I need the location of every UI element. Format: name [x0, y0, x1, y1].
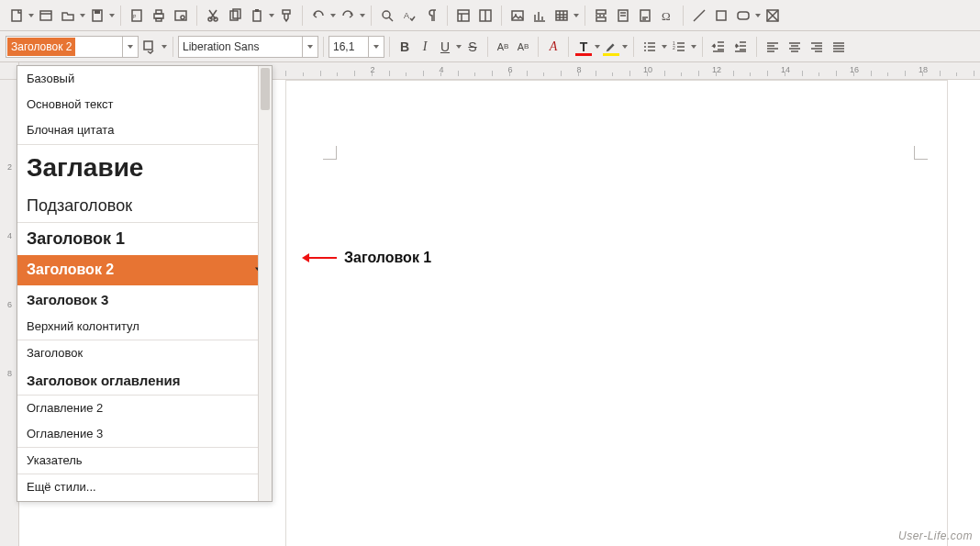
table-insert-icon-more[interactable]: [573, 14, 580, 17]
font-name-input[interactable]: [179, 38, 302, 56]
image-icon[interactable]: [507, 5, 529, 27]
style-option[interactable]: Заглавие: [17, 145, 272, 190]
cut-icon[interactable]: [202, 5, 224, 27]
bullet-more[interactable]: [661, 45, 668, 49]
spellcheck-icon[interactable]: A: [398, 5, 420, 27]
save-icon[interactable]: [86, 5, 108, 27]
page-break-icon[interactable]: [590, 5, 612, 27]
strike-button[interactable]: S: [462, 37, 483, 57]
layout2-icon[interactable]: [474, 5, 496, 27]
open-icon-more[interactable]: [79, 14, 86, 17]
svg-point-10: [181, 16, 184, 19]
shape1-icon[interactable]: [710, 5, 732, 27]
page[interactable]: [285, 80, 948, 546]
paste-icon[interactable]: [246, 5, 268, 27]
indent-inc-icon[interactable]: [729, 36, 752, 58]
style-option[interactable]: Указатель: [17, 448, 272, 474]
paragraph-style-dropdown-btn[interactable]: [122, 37, 138, 57]
table-insert-icon[interactable]: [551, 5, 573, 27]
font-size-dropdown-btn[interactable]: [368, 37, 384, 57]
svg-rect-23: [556, 11, 567, 20]
shape3-icon[interactable]: [762, 5, 784, 27]
save-icon-more[interactable]: [108, 14, 116, 17]
align-left-icon[interactable]: [762, 36, 784, 58]
redo-icon[interactable]: [337, 5, 359, 27]
font-size-combo[interactable]: [329, 36, 384, 58]
font-name-combo[interactable]: [178, 36, 318, 58]
ruler-number: 18: [919, 65, 928, 74]
highlight-more[interactable]: [621, 45, 629, 49]
bullet-list-icon[interactable]: [639, 36, 661, 58]
style-option[interactable]: Заголовок: [17, 340, 272, 366]
shape2-icon[interactable]: [732, 5, 754, 27]
format-brush-icon[interactable]: [275, 5, 297, 27]
number-list-icon[interactable]: 12: [668, 36, 690, 58]
symbol-icon[interactable]: Ω: [656, 5, 678, 27]
style-option[interactable]: Оглавление 2: [17, 396, 272, 421]
style-update-more[interactable]: [161, 45, 168, 49]
scrollbar-thumb[interactable]: [261, 68, 270, 110]
subscript-button[interactable]: AB: [513, 37, 533, 57]
style-update-icon[interactable]: [139, 36, 161, 58]
style-option[interactable]: Верхний колонтитул: [17, 314, 272, 340]
underline-button[interactable]: U: [435, 37, 455, 57]
font-color-button[interactable]: T: [574, 37, 594, 57]
font-color-more[interactable]: [594, 45, 601, 49]
find-icon[interactable]: [376, 5, 398, 27]
ruler-number: 14: [781, 65, 790, 74]
endnote-icon[interactable]: [634, 5, 656, 27]
style-option[interactable]: Заголовок 3: [17, 285, 272, 314]
svg-point-31: [644, 42, 646, 44]
new-icon-more[interactable]: [28, 14, 35, 17]
margin-mark-tr: [914, 146, 928, 160]
formatting-marks-icon[interactable]: [420, 5, 442, 27]
style-option[interactable]: Заголовок 2: [17, 255, 272, 284]
undo-icon-more[interactable]: [329, 14, 337, 17]
font-name-dropdown-btn[interactable]: [302, 37, 317, 57]
open-icon[interactable]: [57, 5, 79, 27]
style-option[interactable]: Блочная цитата: [17, 117, 272, 144]
new-icon[interactable]: [6, 5, 28, 27]
print-icon[interactable]: [148, 5, 170, 27]
superscript-button[interactable]: AB: [493, 37, 513, 57]
chart-icon[interactable]: [529, 5, 551, 27]
bold-button[interactable]: B: [395, 37, 415, 57]
footnote-icon[interactable]: [612, 5, 634, 27]
undo-icon[interactable]: [307, 5, 329, 27]
scrollbar[interactable]: [258, 66, 272, 501]
highlight-button[interactable]: [601, 37, 621, 57]
font-size-input[interactable]: [329, 38, 368, 56]
ruler-number: 10: [643, 65, 652, 74]
underline-more[interactable]: [455, 45, 462, 49]
redo-icon-more[interactable]: [359, 14, 366, 17]
layout1-icon[interactable]: [452, 5, 474, 27]
ruler-number: 16: [850, 65, 859, 74]
align-right-icon[interactable]: [806, 36, 828, 58]
line-icon[interactable]: [688, 5, 710, 27]
indent-dec-icon[interactable]: [707, 36, 729, 58]
pdf-icon[interactable]: P: [126, 5, 148, 27]
vruler-number: 8: [7, 369, 12, 378]
shape2-icon-more[interactable]: [754, 14, 762, 17]
style-option[interactable]: Заголовок 1: [17, 223, 272, 255]
style-option[interactable]: Подзаголовок: [17, 190, 272, 223]
number-more[interactable]: [690, 45, 697, 49]
templates-icon[interactable]: [35, 5, 57, 27]
vruler-number: 4: [7, 231, 12, 240]
style-option[interactable]: Ещё стили...: [17, 474, 272, 500]
copy-icon[interactable]: [224, 5, 246, 27]
paste-icon-more[interactable]: [268, 14, 275, 17]
style-option[interactable]: Оглавление 3: [17, 421, 272, 448]
italic-button[interactable]: I: [415, 37, 435, 57]
style-option[interactable]: Заголовок оглавления: [17, 366, 272, 396]
svg-rect-30: [144, 41, 152, 50]
align-justify-icon[interactable]: [828, 36, 850, 58]
preview-icon[interactable]: [170, 5, 192, 27]
svg-point-33: [644, 50, 646, 51]
svg-rect-19: [458, 10, 469, 21]
paragraph-style-combo[interactable]: Заголовок 2: [6, 36, 139, 58]
style-option[interactable]: Базовый: [17, 66, 272, 92]
clear-formatting-button[interactable]: A: [543, 37, 563, 57]
style-option[interactable]: Основной текст: [17, 92, 272, 117]
align-center-icon[interactable]: [784, 36, 806, 58]
